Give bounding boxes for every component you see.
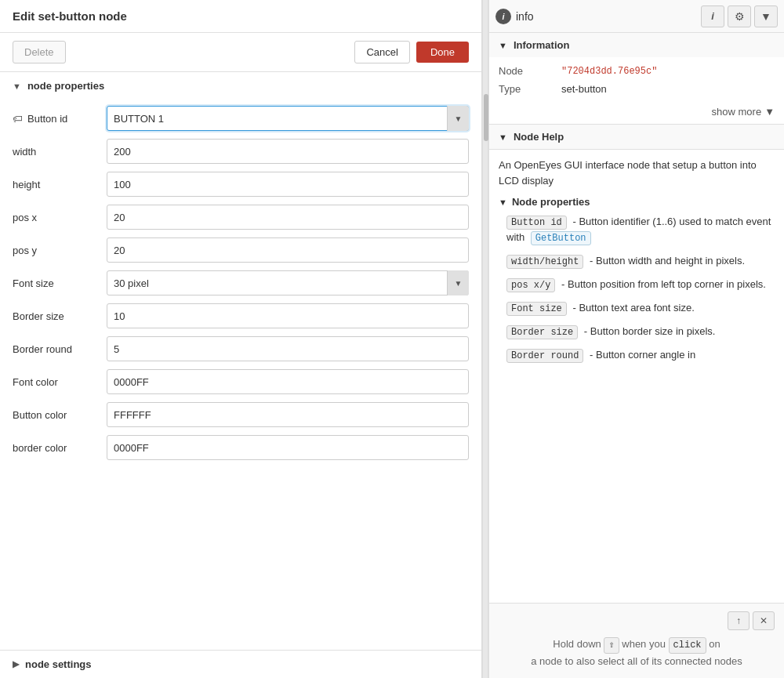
help-icon-2: ✕	[760, 615, 768, 626]
help-prop-border-round: Border round - Button corner angle in	[499, 347, 775, 363]
field-font-size: Font size 30 pixel 10 pixel 20 pixel 40 …	[13, 270, 469, 295]
label-font-size: Font size	[13, 277, 107, 289]
info-button[interactable]: i	[701, 5, 724, 27]
field-button-color: Button color	[13, 402, 469, 427]
input-border-color[interactable]	[107, 435, 469, 460]
badge-getbutton: GetButton	[531, 231, 591, 245]
prop-text-width-height: - Button width and height in pixels.	[590, 255, 745, 266]
info-type-value: set-button	[561, 83, 607, 95]
info-icon: i	[495, 9, 511, 24]
badge-font-size: Font size	[506, 302, 567, 316]
input-width[interactable]	[107, 139, 469, 164]
node-properties-label: node properties	[27, 80, 104, 92]
chevron-down-icon: ▼	[760, 10, 771, 23]
node-help-header[interactable]: ▼ Node Help	[489, 125, 784, 150]
node-props-subsection-header[interactable]: ▼ Node properties	[499, 196, 775, 208]
information-section: ▼ Information Node "7204d3dd.76e95c" Typ…	[489, 33, 784, 125]
label-height: height	[13, 179, 107, 190]
label-border-size: Border size	[13, 310, 107, 322]
label-button-color: Button color	[13, 409, 107, 421]
label-pos-y: pos y	[13, 245, 107, 256]
badge-border-size: Border size	[506, 325, 578, 339]
show-more-button[interactable]: show more ▼	[712, 106, 775, 118]
dropdown-button[interactable]: ▼	[754, 5, 778, 27]
on-text: on	[709, 638, 720, 650]
bottom-help-bar: ↑ ✕ Hold down ⇧ when you click on a node…	[489, 603, 784, 678]
input-font-color[interactable]	[107, 369, 469, 394]
node-props-title: Node properties	[512, 196, 590, 208]
field-border-size: Border size	[13, 303, 469, 328]
information-section-header[interactable]: ▼ Information	[489, 33, 784, 57]
badge-button-id: Button id	[506, 216, 567, 230]
field-pos-x: pos x	[13, 205, 469, 230]
info-type-label: Type	[499, 83, 561, 95]
node-properties-header[interactable]: ▼ node properties	[0, 72, 481, 100]
prop-text-pos-xy: - Button position from left top corner i…	[561, 278, 766, 290]
settings-chevron-icon: ▶	[13, 659, 19, 669]
help-description: An OpenEyes GUI interface node that setu…	[499, 158, 775, 188]
input-height[interactable]	[107, 172, 469, 197]
info-node-label: Node	[499, 65, 561, 77]
field-button-id: 🏷 Button id BUTTON 1 BUTTON 2 BUTTON 3 B…	[13, 106, 469, 131]
right-panel-title: info	[516, 10, 698, 23]
label-pos-x: pos x	[13, 212, 107, 223]
font-size-wrapper: 30 pixel 10 pixel 20 pixel 40 pixel ▼	[107, 270, 469, 295]
input-border-size[interactable]	[107, 303, 469, 328]
badge-width-height: width/height	[506, 255, 583, 269]
hold-down-text: Hold down	[553, 638, 604, 650]
field-pos-y: pos y	[13, 237, 469, 263]
show-more-row: show more ▼	[489, 103, 784, 124]
chevron-icon: ▼	[13, 82, 21, 91]
tag-icon: 🏷	[13, 113, 23, 125]
input-button-color[interactable]	[107, 402, 469, 427]
input-pos-x[interactable]	[107, 205, 469, 230]
field-border-color: border color	[13, 435, 469, 460]
scroll-divider	[482, 0, 488, 678]
scroll-thumb[interactable]	[484, 94, 488, 141]
badge-pos-xy: pos x/y	[506, 278, 555, 292]
help-icon-1: ↑	[736, 615, 741, 626]
left-panel: Edit set-button node Delete Cancel Done …	[0, 0, 482, 678]
help-prop-pos-xy: pos x/y - Button position from left top …	[499, 277, 775, 292]
button-id-wrapper: BUTTON 1 BUTTON 2 BUTTON 3 BUTTON 4 BUTT…	[107, 106, 469, 131]
input-pos-y[interactable]	[107, 237, 469, 263]
input-border-round[interactable]	[107, 336, 469, 361]
badge-border-round: Border round	[506, 349, 583, 363]
when-text: when you	[622, 638, 668, 650]
field-border-round: Border round	[13, 336, 469, 361]
label-button-id: 🏷 Button id	[13, 113, 107, 125]
props-chevron-icon: ▼	[499, 198, 507, 207]
right-panel-header: i info i ⚙ ▼	[489, 0, 784, 33]
help-icon-btn-2[interactable]: ✕	[753, 611, 775, 630]
information-title: Information	[514, 39, 570, 51]
field-width: width	[13, 139, 469, 164]
settings-button[interactable]: ⚙	[728, 5, 751, 27]
panel-title: Edit set-button node	[0, 0, 481, 33]
help-icon-btn-1[interactable]: ↑	[728, 611, 750, 630]
info-node-row: Node "7204d3dd.76e95c"	[499, 62, 775, 80]
done-button[interactable]: Done	[416, 42, 469, 63]
label-width: width	[13, 146, 107, 158]
node-help-title: Node Help	[514, 131, 564, 143]
label-border-round: Border round	[13, 343, 107, 355]
info-node-value: "7204d3dd.76e95c"	[561, 66, 657, 77]
font-size-select[interactable]: 30 pixel 10 pixel 20 pixel 40 pixel	[107, 270, 469, 295]
label-font-color: Font color	[13, 376, 107, 388]
node-settings-header[interactable]: ▶ node settings	[0, 650, 481, 678]
help-chevron-icon: ▼	[499, 132, 507, 142]
help-prop-font-size: Font size - Button text area font size.	[499, 300, 775, 316]
info-type-row: Type set-button	[499, 80, 775, 98]
right-panel: i info i ⚙ ▼ ▼ Information Node "7204d3d…	[488, 0, 784, 678]
cancel-button[interactable]: Cancel	[354, 41, 409, 63]
show-more-icon: ▼	[764, 106, 775, 118]
prop-text-border-size: - Button border size in pixels.	[584, 325, 716, 337]
field-height: height	[13, 172, 469, 197]
form-area: 🏷 Button id BUTTON 1 BUTTON 2 BUTTON 3 B…	[0, 100, 481, 650]
button-id-select[interactable]: BUTTON 1 BUTTON 2 BUTTON 3 BUTTON 4 BUTT…	[107, 106, 469, 131]
delete-button[interactable]: Delete	[13, 41, 66, 63]
connected-nodes-text: a node to also select all of its connect…	[531, 655, 742, 667]
settings-icon: ⚙	[735, 10, 745, 23]
click-badge: click	[669, 637, 706, 654]
help-prop-border-size: Border size - Button border size in pixe…	[499, 324, 775, 339]
shift-key-badge: ⇧	[604, 637, 619, 654]
